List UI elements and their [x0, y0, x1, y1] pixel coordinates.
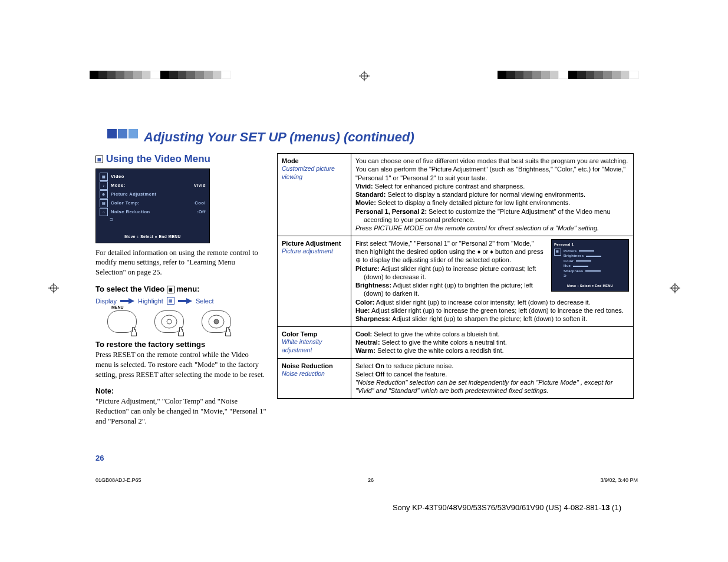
footer-date: 3/9/02, 3:40 PM [600, 477, 638, 483]
definition-line: Cool: Select to give the white colors a … [355, 330, 629, 338]
svg-marker-13 [178, 298, 192, 304]
definition-line: Sharpness: Adjust slider right (up) to s… [355, 315, 629, 323]
remote-nav-button-icon [154, 310, 184, 333]
osd-setup-icon: ⌂ [100, 208, 108, 216]
svg-point-15 [167, 319, 172, 324]
page-number: 26 [95, 454, 104, 462]
row-subtitle: Customized picture viewing [282, 165, 347, 181]
product-model-line: Sony KP-43T90/48V90/53S76/53V90/61V90 (U… [393, 503, 621, 512]
definition-line: Vivid: Select for enhanced picture contr… [355, 182, 629, 190]
osd-return-icon: ⊃ [110, 217, 114, 223]
hand-icon [223, 326, 234, 337]
definition-line: Movie: Select to display a finely detail… [355, 199, 629, 207]
video-icon: ▦ [167, 297, 174, 305]
row-subtitle: Noise reduction [282, 370, 347, 378]
arrow-right-icon [120, 298, 134, 304]
row-title: Mode [282, 157, 347, 165]
right-column: ModeCustomized picture viewingYou can ch… [277, 153, 634, 427]
left-column: ▦ Using the Video Menu ▦Video ♪Mode:Vivi… [95, 153, 266, 427]
video-icon: ▦ [95, 156, 103, 163]
table-row: ModeCustomized picture viewingYou can ch… [278, 154, 634, 236]
svg-marker-12 [120, 298, 134, 304]
registration-mark-icon [359, 71, 370, 81]
osd-text: Cool [195, 200, 206, 207]
osd-text: Vivid [194, 183, 206, 189]
row-body-cell: Cool: Select to give the white colors a … [351, 326, 634, 358]
osd-timer-icon: ⊕ [100, 190, 108, 199]
dpad-icon [161, 313, 177, 330]
osd-screenshot: ▦Video ♪Mode:Vivid ⊕Picture Adjustment ▤… [95, 168, 210, 243]
table-row: Noise ReductionNoise reductionSelect On … [278, 358, 634, 398]
row-header-cell: Color TempWhite intensity adjustment [278, 326, 351, 358]
remote-illustrations: MENU [107, 310, 266, 333]
arrow-right-icon [178, 298, 192, 304]
table-row: Picture AdjustmentPicture adjustmentPers… [278, 236, 634, 326]
body-text: For detailed information on using the re… [95, 248, 266, 278]
dpad-icon [208, 313, 225, 330]
proc-highlight-label: Highlight [138, 297, 163, 305]
row-body-cell: You can choose one of five different vid… [351, 154, 634, 236]
sub-heading-restore: To restore the factory settings [95, 340, 266, 349]
body-text: Select Off to cancel the feature. [355, 370, 629, 378]
osd-text: Picture Adjustment [111, 191, 156, 198]
osd-text: Color Temp: [111, 200, 140, 206]
video-icon: ▦ [167, 286, 174, 293]
definition-line: Neutral: Select to give the white colors… [355, 338, 629, 346]
body-italic-text: "Noise Reduction" selection can be set i… [355, 378, 629, 395]
definition-line: Hue: Adjust slider right (up) to increas… [355, 306, 629, 315]
hand-icon [129, 326, 140, 337]
section-heading-text: Using the Video Menu [106, 153, 210, 164]
body-italic-text: Press PICTURE MODE on the remote control… [355, 224, 629, 232]
osd-text: :Off [197, 209, 206, 216]
osd-text: Noise Reduction [111, 209, 150, 214]
row-title: Noise Reduction [282, 362, 347, 370]
row-title: Picture Adjustment [282, 239, 347, 247]
osd-video-icon: ▦ [100, 173, 108, 181]
row-subtitle: Picture adjustment [282, 247, 347, 256]
registration-mark-icon [48, 283, 59, 293]
svg-point-17 [214, 319, 219, 324]
section-heading-video-menu: ▦ Using the Video Menu [95, 153, 266, 165]
table-row: Color TempWhite intensity adjustmentCool… [278, 326, 634, 358]
info-table: ModeCustomized picture viewingYou can ch… [277, 153, 634, 399]
procedure-row: Display Highlight ▦ Select [95, 297, 266, 305]
row-title: Color Temp [282, 330, 347, 338]
body-text: Press RESET on the remote control while … [95, 350, 266, 380]
definition-line: Personal 1, Personal 2: Select to custom… [355, 207, 629, 224]
body-text: You can choose one of five different vid… [355, 157, 629, 182]
page-title: Adjusting Your SET UP (menus) (continued… [144, 130, 414, 145]
footer-page: 26 [368, 477, 374, 483]
row-header-cell: Noise ReductionNoise reduction [278, 358, 351, 398]
row-header-cell: Picture AdjustmentPicture adjustment [278, 236, 351, 326]
remote-menu-button-icon: MENU [107, 310, 137, 333]
osd-mini-screenshot: Personal 1▦PictureBrightnessColorHueShar… [551, 239, 629, 292]
definition-line: Standard: Select to display a standard p… [355, 190, 629, 199]
definition-line: Warm: Select to give the white colors a … [355, 346, 629, 355]
row-body-cell: Select On to reduce picture noise.Select… [351, 358, 634, 398]
hand-icon [176, 326, 187, 337]
svg-point-14 [162, 315, 177, 328]
row-subtitle: White intensity adjustment [282, 338, 347, 354]
definition-line: Color: Adjust slider right (up) to incre… [355, 298, 629, 306]
menu-button-label: MENU [111, 305, 124, 309]
footer-line: 01GB08ADJ-E.P65 26 3/9/02, 3:40 PM [95, 477, 655, 483]
sub-heading-select: To select the Video ▦ menu: [95, 285, 266, 293]
osd-audio-icon: ♪ [100, 181, 108, 190]
calibration-bar-left [90, 71, 231, 79]
registration-mark-icon [670, 283, 680, 293]
title-decoration-icon [107, 129, 138, 138]
osd-footer-text: Move ↕ Select ● End MENU [100, 234, 206, 239]
note-heading: Note: [95, 387, 266, 395]
row-body-cell: Personal 1▦PictureBrightnessColorHueShar… [351, 236, 634, 326]
proc-select-label: Select [196, 297, 214, 305]
osd-text: Mode: [111, 183, 126, 188]
remote-select-button-icon [202, 310, 231, 333]
calibration-bar-right [498, 71, 639, 79]
note-body: "Picture Adjustment," "Color Temp" and "… [95, 396, 266, 427]
row-header-cell: ModeCustomized picture viewing [278, 154, 351, 236]
osd-text: Video [111, 174, 124, 180]
footer-filename: 01GB08ADJ-E.P65 [95, 477, 141, 483]
body-text: Select On to reduce picture noise. [355, 362, 629, 370]
osd-channel-icon: ▤ [100, 199, 108, 207]
proc-display-label: Display [95, 297, 117, 305]
